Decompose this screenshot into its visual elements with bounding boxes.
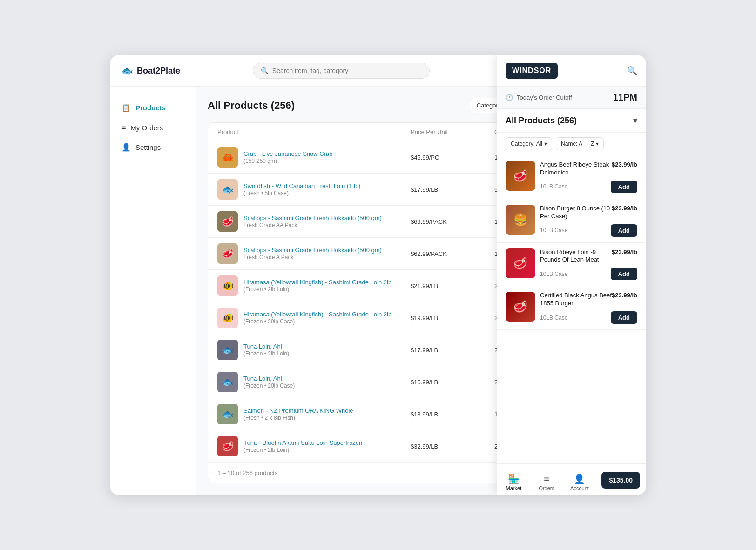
price-cell: $17.99/LB: [411, 186, 494, 193]
market-icon: 🏪: [508, 473, 520, 484]
orders-icon: ≡: [122, 123, 126, 132]
windsor-collapse-icon[interactable]: ▾: [633, 115, 637, 126]
windsor-footer-orders[interactable]: ≡ Orders: [530, 470, 563, 495]
windsor-footer-market[interactable]: 🏪 Market: [497, 470, 530, 495]
account-icon: 👤: [574, 473, 585, 484]
windsor-product-details: Angus Beef Ribeye Steak Delmonico $23.99…: [540, 161, 637, 193]
windsor-category-label: Category: All: [511, 141, 542, 147]
sidebar-item-label-products: Products: [135, 104, 166, 112]
product-thumbnail: 🥩: [217, 243, 238, 264]
price-cell: $45.99/PC: [411, 154, 494, 161]
product-sub: (Frozen • 2lb Loin): [243, 286, 392, 293]
windsor-name-filter[interactable]: Name: A → Z ▾: [556, 137, 604, 150]
product-sub: (150-250 gm): [243, 158, 333, 164]
windsor-case-label: 10LB Case: [540, 315, 567, 321]
product-cell: 🐠 Hiramasa (Yellowtail Kingfish) - Sashi…: [217, 275, 411, 296]
product-name: Salmon - NZ Premium ORA KING Whole: [243, 407, 353, 415]
product-sub: (Frozen • 2lb Loin): [243, 447, 362, 453]
windsor-product-bottom: 10LB Case Add: [540, 224, 637, 237]
logo: 🐟 Boat2Plate: [122, 65, 180, 76]
product-name: Scallops - Sashimi Grade Fresh Hokkaido …: [243, 215, 382, 222]
price-cell: $13.99/LB: [411, 411, 494, 418]
product-cell: 🐟 Swordfish - Wild Canadian Fresh Loin (…: [217, 179, 411, 200]
product-name: Swordfish - Wild Canadian Fresh Loin (1 …: [243, 182, 360, 190]
price-cell: $69.99/PACK: [411, 218, 494, 225]
windsor-account-label: Account: [570, 485, 589, 491]
windsor-filters: Category: All ▾ Name: A → Z ▾: [497, 133, 646, 155]
product-thumbnail: 🥩: [217, 436, 238, 456]
product-thumbnail: 🐠: [217, 308, 238, 328]
windsor-product-item: 🥩 Certified Black Angus Beef 1855 Burger…: [497, 286, 646, 330]
product-thumbnail: 🥩: [217, 211, 238, 232]
windsor-product-name: Angus Beef Ribeye Steak Delmonico: [540, 161, 612, 177]
product-name: Hiramasa (Yellowtail Kingfish) - Sashimi…: [243, 311, 392, 319]
settings-icon: 👤: [122, 143, 131, 152]
windsor-products-header: All Products (256) ▾: [497, 109, 646, 133]
windsor-product-name: Certified Black Angus Beef 1855 Burger: [540, 292, 612, 308]
pagination-text: 1 – 10 of 256 products: [217, 470, 277, 476]
windsor-search-icon[interactable]: 🔍: [627, 66, 637, 76]
sidebar: 📋 Products ≡ My Orders 👤 Settings: [110, 87, 196, 495]
windsor-product-thumbnail: 🥩: [506, 161, 535, 191]
windsor-header: WINDSOR 🔍: [497, 55, 646, 87]
app-container: 🐟 Boat2Plate 🔍 🕐 Today's Order Cutoff • …: [110, 55, 646, 495]
windsor-product-bottom: 10LB Case Add: [540, 181, 637, 193]
windsor-add-button[interactable]: Add: [611, 224, 637, 237]
windsor-product-details: Bison Ribeye Loin -9 Pounds Of Lean Meat…: [540, 248, 637, 281]
windsor-name-chevron-icon: ▾: [596, 141, 599, 147]
search-input[interactable]: [272, 67, 422, 74]
product-cell: 🦀 Crab - Live Japanese Snow Crab (150-25…: [217, 147, 411, 168]
product-name: Tuna Loin, Ahi: [243, 375, 295, 383]
product-thumbnail: 🐟: [217, 372, 238, 392]
windsor-cutoff-time: 11PM: [613, 92, 637, 103]
product-info: Tuna Loin, Ahi (Frozen • 2lb Loin): [243, 343, 289, 357]
product-cell: 🐟 Tuna Loin, Ahi (Frozen • 2lb Loin): [217, 340, 411, 360]
product-sub: (Frozen • 2lb Loin): [243, 350, 289, 357]
price-cell: $17.99/LB: [411, 347, 494, 354]
windsor-footer-account[interactable]: 👤 Account: [563, 470, 596, 495]
windsor-product-item: 🥩 Bison Ribeye Loin -9 Pounds Of Lean Me…: [497, 243, 646, 287]
windsor-product-name: Bison Ribeye Loin -9 Pounds Of Lean Meat: [540, 248, 612, 264]
product-sub: (Fresh • 5lb Case): [243, 190, 360, 196]
logo-text: Boat2Plate: [137, 66, 180, 76]
windsor-cart-total[interactable]: $135.00: [601, 472, 640, 489]
product-info: Hiramasa (Yellowtail Kingfish) - Sashimi…: [243, 311, 392, 325]
windsor-add-button[interactable]: Add: [611, 311, 637, 324]
product-name: Hiramasa (Yellowtail Kingfish) - Sashimi…: [243, 279, 392, 287]
windsor-add-button[interactable]: Add: [611, 181, 637, 193]
windsor-add-button[interactable]: Add: [611, 268, 637, 280]
sidebar-item-settings[interactable]: 👤 Settings: [110, 137, 196, 157]
windsor-category-filter[interactable]: Category: All ▾: [506, 137, 552, 150]
windsor-clock-icon: 🕐: [506, 94, 513, 101]
windsor-product-price: $23.99/lb: [612, 205, 637, 212]
product-thumbnail: 🦀: [217, 147, 238, 168]
windsor-products-title: All Products (256): [506, 116, 577, 126]
windsor-product-thumbnail: 🥩: [506, 292, 535, 322]
search-bar[interactable]: 🔍: [253, 63, 430, 79]
product-thumbnail: 🐟: [217, 179, 238, 200]
windsor-case-label: 10LB Case: [540, 183, 567, 190]
product-name: Crab - Live Japanese Snow Crab: [243, 150, 333, 158]
product-info: Scallops - Sashimi Grade Fresh Hokkaido …: [243, 215, 382, 229]
price-cell: $32.99/LB: [411, 443, 494, 450]
sidebar-item-products[interactable]: 📋 Products: [110, 98, 196, 118]
product-info: Salmon - NZ Premium ORA KING Whole (Fres…: [243, 407, 353, 422]
windsor-products-list: 🥩 Angus Beef Ribeye Steak Delmonico $23.…: [497, 155, 646, 463]
product-info: Swordfish - Wild Canadian Fresh Loin (1 …: [243, 182, 360, 197]
orders-icon: ≡: [544, 474, 549, 484]
windsor-product-price: $23.99/lb: [612, 248, 637, 255]
windsor-product-thumbnail: 🍔: [506, 205, 535, 235]
windsor-case-label: 10LB Case: [540, 271, 567, 277]
sidebar-item-my-orders[interactable]: ≡ My Orders: [110, 118, 196, 137]
windsor-product-price: $23.99/lb: [612, 161, 637, 168]
product-info: Tuna - Bluefin Akami Saku Loin Superfroz…: [243, 439, 362, 454]
windsor-case-label: 10LB Case: [540, 227, 567, 234]
product-thumbnail: 🐠: [217, 275, 238, 296]
product-sub: (Fresh • 2 x 8lb Fish): [243, 415, 353, 421]
windsor-product-item: 🥩 Angus Beef Ribeye Steak Delmonico $23.…: [497, 155, 646, 199]
product-info: Tuna Loin, Ahi (Frozen • 20lb Case): [243, 375, 295, 389]
product-sub: (Frozen • 20lb Case): [243, 318, 392, 325]
windsor-orders-label: Orders: [539, 485, 554, 491]
col-price: Price Per Unit: [411, 128, 494, 135]
logo-icon: 🐟: [122, 65, 133, 76]
